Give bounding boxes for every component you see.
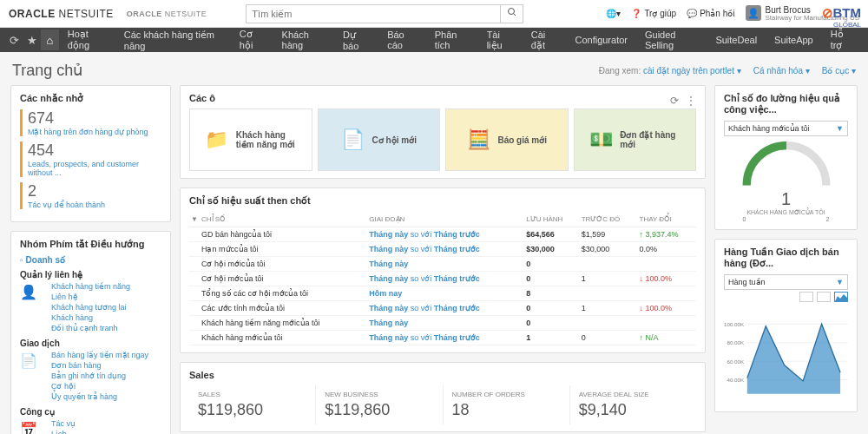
tiles-card: Các ô ⟳ ⋮ 📁Khách hàng tiềm năng mới📄Cơ h… (180, 85, 706, 179)
svg-line-1 (513, 14, 516, 16)
sales-cell: AVERAGE DEAL SIZE$9,140 (570, 385, 696, 424)
menu-icon[interactable]: ⋮ (686, 95, 696, 107)
reminder-item: 2Tác vụ để hoàn thành (20, 182, 161, 209)
shortcut-group-head: Giao dịch (20, 339, 161, 348)
nav-tài-liệu[interactable]: Tài liệu (478, 28, 523, 52)
kpi-row: Cơ hội mớicủa tôiTháng này0 (189, 257, 696, 272)
nav-suitedeal[interactable]: SuiteDeal (707, 28, 766, 52)
help-link[interactable]: ❓ Trợ giúp (631, 9, 676, 18)
nav-guided-selling[interactable]: Guided Selling (636, 28, 707, 52)
shortcut-group-head: Quản lý liên hệ (20, 270, 161, 279)
chart-type-2[interactable] (817, 292, 831, 302)
feedback-link[interactable]: 💬 Phản hồi (687, 9, 734, 18)
tile-1[interactable]: 📄Cơ hội mới (318, 108, 441, 171)
shortcut-group-icon: 📅 (20, 418, 36, 434)
sales-cell: NUMBER OF ORDERS18 (444, 385, 570, 424)
shortcut-link[interactable]: Khách hàng tương lai (36, 302, 130, 312)
viewing-value[interactable]: cài đặt ngày trên portlet ▾ (643, 66, 741, 76)
trend-dropdown[interactable]: Hàng tuần▼ (724, 274, 848, 290)
chart-type-1[interactable] (799, 292, 813, 302)
personalize-link[interactable]: Cá nhân hóa ▾ (753, 66, 810, 76)
nav-cơ-hội[interactable]: Cơ hội (231, 28, 273, 52)
logo-oracle: ORACLE NETSUITE (9, 8, 114, 20)
nav-suiteapp[interactable]: SuiteApp (766, 28, 822, 52)
tile-3[interactable]: 💵Đơn đặt hàng mới (574, 108, 697, 171)
nav-phân-tích[interactable]: Phân tích (426, 28, 478, 52)
shortcut-group-head: Công cụ (20, 407, 161, 417)
kpi-col: CHỈ SỐ (200, 212, 367, 227)
tile-2[interactable]: 🧮Báo giá mới (445, 108, 569, 171)
reminder-link[interactable]: Mặt hàng trên đơn hàng dự phòng (28, 128, 161, 136)
nav-khách-hàng[interactable]: Khách hàng (273, 28, 334, 52)
shortcut-link[interactable]: Lịch (36, 429, 148, 434)
gauge-label: KHÁCH HÀNG MỚICỦA TÔI (746, 209, 825, 216)
shortcut-link[interactable]: Tác vụ (36, 418, 148, 429)
shortcut-link[interactable]: Khách hàng (36, 312, 130, 323)
refresh-icon[interactable]: ⟳ (670, 95, 679, 107)
tiles-title: Các ô (189, 93, 215, 103)
kpi-row: Cơ hội mớcủa tôiTháng này so với Tháng t… (189, 272, 696, 286)
kpi-row: Tổng số các cơ hội mớcủa tôiHôm nay8 (189, 286, 696, 301)
kpi-col: LƯU HÀNH (524, 212, 579, 227)
meter-dropdown[interactable]: Khách hàng mớicủa tôi▼ (724, 121, 848, 136)
kpi-period[interactable]: Tháng này so với Tháng trước (367, 272, 524, 286)
search-box (246, 4, 523, 23)
gauge-value: 1 (781, 189, 791, 209)
recent-icon[interactable]: ⟳ (5, 30, 23, 50)
shortcut-link[interactable]: Bản ghi nhớ tín dụng (36, 371, 148, 381)
search-button[interactable] (500, 5, 523, 23)
tile-icon: 🧮 (466, 128, 490, 152)
chart-type-3[interactable] (834, 292, 848, 302)
shortcuts-section[interactable]: ▫ Doanh số (20, 255, 161, 265)
gauge-arc (739, 141, 834, 189)
layout-link[interactable]: Bố cục ▾ (822, 66, 856, 76)
nav-hỗ-trợ[interactable]: Hỗ trợ (822, 28, 863, 52)
sales-title: Sales (189, 370, 696, 380)
reminders-title: Các nhắc nhở (20, 93, 161, 104)
kpi-title: Chỉ số hiệu suất then chốt (189, 195, 696, 207)
area-icon (835, 293, 847, 301)
svg-text:60.00K: 60.00K (727, 358, 745, 365)
nav-các-khách-hàng-tiềm-năng[interactable]: Các khách hàng tiềm năng (115, 28, 231, 52)
reminder-item: 454Leads, prospects, and customer withou… (20, 141, 161, 177)
kpi-period[interactable]: Tháng này so với Tháng trước (367, 227, 524, 242)
nav-dự-báo[interactable]: Dự báo (334, 28, 378, 52)
trend-title: Hàng Tuần Giao dịch bán hàng (Đơ... (724, 247, 848, 269)
nav-hoạt-động[interactable]: Hoạt động (59, 28, 115, 52)
home-icon[interactable]: ⌂ (41, 30, 59, 50)
top-bar: ORACLE NETSUITE ORACLE NETSUITE 🌐▾ ❓ Trợ… (0, 0, 868, 28)
tile-0[interactable]: 📁Khách hàng tiềm năng mới (189, 108, 312, 171)
kpi-table: ▼CHỈ SỐGIAI ĐOẠNLƯU HÀNHTRƯỚC ĐÓTHAY ĐỔI… (189, 212, 696, 345)
svg-point-0 (508, 9, 514, 15)
kpi-period[interactable]: Tháng này so với Tháng trước (367, 331, 524, 345)
nav-configurator[interactable]: Configurator (566, 28, 636, 52)
reminders-card: Các nhắc nhở 674Mặt hàng trên đơn hàng d… (10, 85, 171, 222)
shortcut-link[interactable]: Đơn bán hàng (36, 360, 148, 371)
shortcut-link[interactable]: Cơ hội (36, 381, 148, 391)
search-icon (507, 7, 517, 17)
kpi-period[interactable]: Tháng này (367, 316, 524, 331)
reminder-link[interactable]: Leads, prospects, and customer without .… (28, 160, 161, 177)
kpi-row: Hạn mứccủa tôiTháng này so với Tháng trư… (189, 242, 696, 257)
meter-card: Chỉ số đo lường hiệu quả công việc... Kh… (714, 85, 858, 230)
kpi-row: Khách hàng mớicủa tôiTháng này so với Th… (189, 331, 696, 345)
lang-selector[interactable]: 🌐▾ (606, 9, 621, 18)
kpi-period[interactable]: Hôm nay (367, 286, 524, 301)
star-icon[interactable]: ★ (23, 30, 42, 50)
kpi-period[interactable]: Tháng này (367, 257, 524, 272)
search-input[interactable] (247, 5, 500, 23)
page-actions: Đang xem: cài đặt ngày trên portlet ▾ Cá… (599, 66, 856, 76)
nav-báo-cáo[interactable]: Báo cáo (378, 28, 426, 52)
nav-cài-đặt[interactable]: Cài đặt (523, 28, 567, 52)
kpi-period[interactable]: Tháng này so với Tháng trước (367, 301, 524, 316)
reminder-link[interactable]: Tác vụ để hoàn thành (28, 201, 161, 209)
shortcut-link[interactable]: Đối thủ cạnh tranh (36, 323, 130, 333)
svg-text:100.00K: 100.00K (724, 321, 745, 327)
shortcut-link[interactable]: Liên hệ (36, 292, 130, 302)
shortcut-link[interactable]: Ủy quyền trả hàng (36, 391, 148, 402)
page-header: Trang chủ Đang xem: cài đặt ngày trên po… (0, 52, 868, 85)
shortcut-link[interactable]: Khách hàng tiềm năng (36, 281, 130, 292)
shortcut-group-icon: 👤 (20, 281, 36, 333)
shortcut-link[interactable]: Bán hàng lấy tiền mặt ngay (36, 350, 148, 360)
kpi-period[interactable]: Tháng này so với Tháng trước (367, 242, 524, 257)
